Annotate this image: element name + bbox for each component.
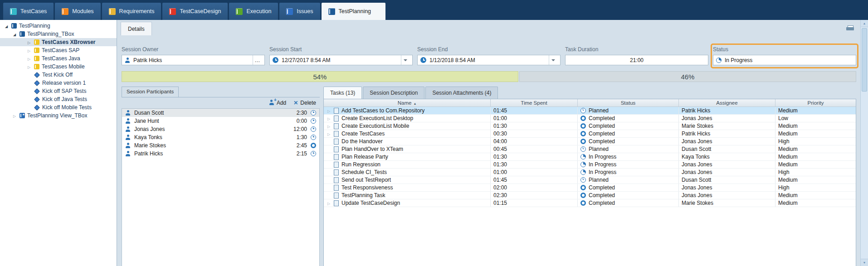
- column-header-priority[interactable]: Priority: [775, 99, 856, 106]
- scroll-down-icon[interactable]: [861, 259, 868, 266]
- add-participant-button[interactable]: Add: [269, 100, 286, 106]
- tree-item[interactable]: TestCases XBrowser: [0, 38, 117, 46]
- task-priority: High: [778, 184, 790, 191]
- task-name-cell: Create ExecutionList Mobile: [324, 122, 491, 130]
- task-assignee: Dusan Scott: [682, 146, 711, 152]
- status-field[interactable]: In Progress: [713, 55, 856, 65]
- table-row[interactable]: Do the Handover 04:00 Completed: [324, 138, 856, 145]
- tree-item[interactable]: Kick off Mobile Tests: [0, 103, 117, 111]
- participant-row[interactable]: Jonas Jones 12:00: [122, 125, 319, 133]
- table-row[interactable]: Plan HandOver to XTeam 00:45 Planned: [324, 145, 856, 153]
- module-icon: [328, 8, 335, 15]
- task-priority-cell: Medium: [775, 153, 856, 160]
- column-header-status[interactable]: Status: [578, 99, 679, 106]
- main-tab[interactable]: TestCaseDesign: [162, 3, 228, 20]
- task-status-cell: Completed: [578, 138, 679, 145]
- column-header-assignee[interactable]: Assignee: [679, 99, 775, 106]
- row-expand-icon[interactable]: [327, 123, 331, 129]
- row-expand-icon[interactable]: [327, 131, 331, 137]
- task-priority: Medium: [778, 154, 798, 160]
- tree-expander-icon[interactable]: [12, 31, 17, 37]
- scroll-up-icon[interactable]: [861, 20, 868, 27]
- tasks-tab[interactable]: Session Attachments (4): [425, 87, 498, 99]
- task-status: In Progress: [589, 161, 616, 168]
- column-header-time-spent[interactable]: Time Spent: [491, 99, 578, 106]
- module-icon: [286, 8, 293, 15]
- tree-item[interactable]: TestPlanning: [0, 22, 117, 30]
- main-tab[interactable]: TestPlanning: [322, 3, 386, 20]
- tree-item-label: TestPlanning View_TBox: [27, 112, 88, 119]
- tasks-tab[interactable]: Session Description: [363, 87, 424, 99]
- task-time-spent: 01:30: [493, 123, 507, 129]
- tree-item[interactable]: Kick off SAP Tests: [0, 87, 117, 95]
- participant-row[interactable]: Kaya Tonks 1:30: [122, 133, 319, 141]
- task-time-spent-cell: 01:30: [491, 122, 578, 130]
- task-status: Planned: [589, 107, 609, 114]
- tree-item[interactable]: TestCases Java: [0, 54, 117, 63]
- tree-expander-icon[interactable]: [26, 63, 32, 70]
- task-assignee: Jonas Jones: [682, 115, 712, 121]
- navigation-tree: TestPlanning TestPlanning_TBox TestCases…: [0, 20, 117, 266]
- table-row[interactable]: Create ExecutionList Desktop 01:00 Compl…: [324, 115, 856, 122]
- tree-item[interactable]: Kick off Java Tests: [0, 95, 117, 103]
- main-tab[interactable]: Requirements: [102, 3, 161, 20]
- table-row[interactable]: Create TestCases 00:30 Completed: [324, 130, 856, 138]
- tree-item[interactable]: Test Kick Off: [0, 71, 117, 79]
- main-tab[interactable]: TestCases: [3, 3, 54, 20]
- table-row[interactable]: Plan Release Party 01:30 In Progress: [324, 153, 856, 161]
- table-row[interactable]: Schedule CI_Tests 01:00 In Progress: [324, 169, 856, 176]
- task-duration-field[interactable]: 21:00: [565, 55, 708, 65]
- tree-expander-icon[interactable]: [4, 23, 9, 29]
- tree-item[interactable]: TestPlanning_TBox: [0, 30, 117, 38]
- main-tab[interactable]: Execution: [229, 3, 278, 20]
- task-priority-cell: Medium: [775, 122, 856, 130]
- owner-picker-button[interactable]: [253, 55, 262, 65]
- participant-row[interactable]: Dusan Scott 2:30: [122, 109, 319, 117]
- task-status: Completed: [589, 123, 615, 129]
- table-row[interactable]: Send out TestReport 01:45 Planned: [324, 176, 856, 184]
- delete-participant-button[interactable]: Delete: [293, 100, 316, 106]
- tasks-grid-body: Add TestCases to Com.Repository 01:45 Pl…: [324, 107, 856, 266]
- table-row[interactable]: Run Regression 01:30 In Progress: [324, 161, 856, 169]
- table-row[interactable]: Create ExecutionList Mobile 01:30 Comple…: [324, 122, 856, 130]
- print-icon[interactable]: [846, 25, 854, 31]
- main-tab-label: Execution: [246, 8, 271, 15]
- tree-item[interactable]: Release version 1: [0, 79, 117, 87]
- tree-expander-icon[interactable]: [26, 39, 32, 45]
- row-expand-icon[interactable]: [327, 107, 331, 114]
- tree-expander-icon[interactable]: [26, 55, 32, 62]
- tree-item[interactable]: TestPlanning View_TBox: [0, 111, 117, 120]
- tasks-tab[interactable]: Tasks (13): [323, 87, 362, 99]
- table-row[interactable]: Add TestCases to Com.Repository 01:45 Pl…: [324, 107, 856, 115]
- session-owner-field[interactable]: Patrik Hicks: [122, 55, 265, 65]
- task-priority-cell: Medium: [775, 107, 856, 114]
- task-assignee-cell: Marie Stokes: [679, 122, 775, 130]
- scrollbar-thumb[interactable]: [862, 28, 867, 92]
- task-sheet-icon: [334, 123, 339, 129]
- sort-ascending-icon: [413, 100, 416, 106]
- task-assignee-cell: Jonas Jones: [679, 169, 775, 176]
- table-row[interactable]: Update TestCaseDesign 01:15 Completed: [324, 199, 856, 207]
- task-priority: Medium: [778, 146, 798, 152]
- row-expand-icon[interactable]: [327, 115, 331, 121]
- tree-expander-icon[interactable]: [12, 112, 17, 119]
- tree-expander-icon[interactable]: [26, 47, 32, 53]
- column-header-name[interactable]: Name: [324, 99, 491, 106]
- session-end-dropdown-button[interactable]: [549, 55, 557, 65]
- tree-item[interactable]: TestCases SAP: [0, 46, 117, 54]
- session-start-field[interactable]: 12/27/2017 8:54 AM: [269, 55, 413, 65]
- main-tab[interactable]: Modules: [55, 3, 100, 20]
- tab-details[interactable]: Details: [121, 22, 152, 35]
- session-start-dropdown-button[interactable]: [401, 55, 410, 65]
- clock-icon: [273, 57, 278, 63]
- vertical-scrollbar[interactable]: [860, 20, 868, 266]
- table-row[interactable]: Test Responsiveness 02:00 Completed: [324, 184, 856, 192]
- participant-row[interactable]: Jane Hunt 0:00: [122, 117, 319, 125]
- tree-item[interactable]: TestCases Mobile: [0, 63, 117, 71]
- session-end-field[interactable]: 1/12/2018 8:54 AM: [417, 55, 561, 65]
- row-expand-icon[interactable]: [327, 200, 331, 206]
- main-tab[interactable]: Issues: [279, 3, 320, 20]
- participant-row[interactable]: Marie Stokes 2:45: [122, 141, 319, 150]
- participant-row[interactable]: Patrik Hicks 2:15: [122, 150, 319, 158]
- table-row[interactable]: TestPlanning Task 02:30 Completed: [324, 192, 856, 199]
